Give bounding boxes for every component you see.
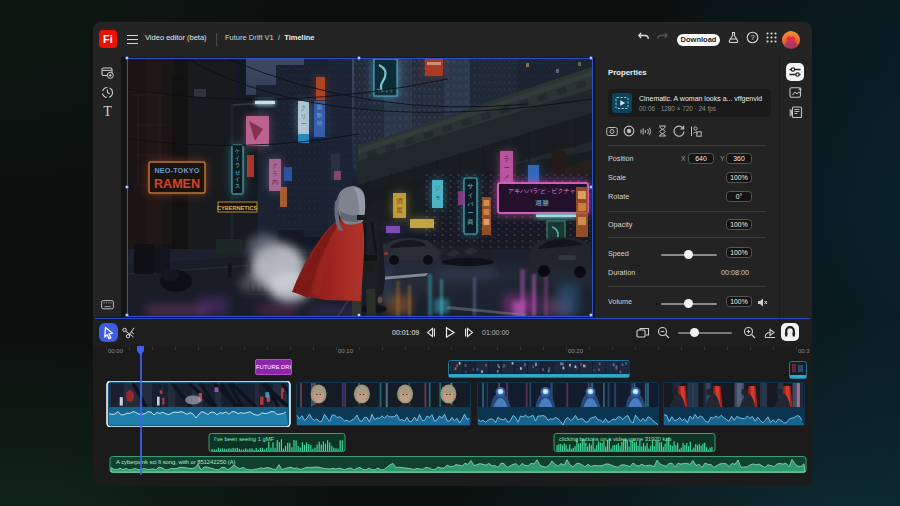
svg-text:A cyberpunk sci fi song, with: A cyberpunk sci fi song, with or 8512422… xyxy=(116,459,236,465)
svg-text:I've been seeing 1 gMF: I've been seeing 1 gMF xyxy=(214,436,275,442)
svg-text:?: ? xyxy=(750,33,754,42)
svg-text:clicking buttons on a video ga: clicking buttons on a video game 31920 k… xyxy=(559,436,671,442)
